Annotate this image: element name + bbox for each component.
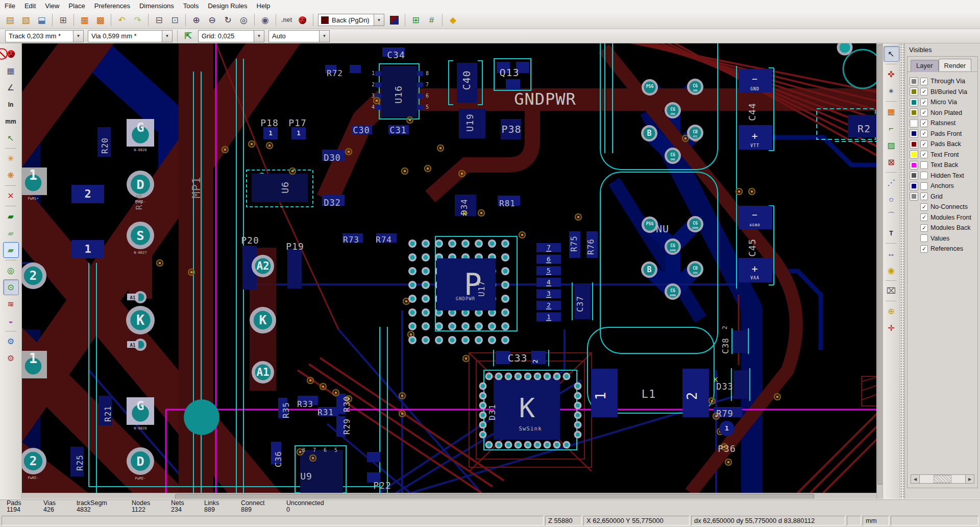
- show-zones-disable-toggle[interactable]: ▰: [3, 225, 19, 241]
- pcb-canvas[interactable]: GN-0026DPwM1-SN-0027KA1A1GN-0028DPwM2-A2…: [22, 43, 876, 493]
- color-swatch[interactable]: [910, 108, 918, 117]
- add-text-tool[interactable]: T: [884, 225, 899, 241]
- checkbox[interactable]: [920, 172, 928, 179]
- zoom-in-button[interactable]: ⊕: [189, 13, 204, 28]
- auto-track-width-toggle[interactable]: ⇱: [181, 29, 195, 43]
- checkbox[interactable]: ✓: [920, 119, 928, 127]
- polar-coords-toggle[interactable]: ∠: [3, 80, 19, 95]
- zoom-fit-button[interactable]: ◎: [236, 13, 251, 28]
- microwave-button[interactable]: ◆: [446, 13, 460, 28]
- layer-pair-button[interactable]: [387, 13, 402, 28]
- menu-view[interactable]: View: [40, 1, 64, 11]
- grid-select[interactable]: Grid: 0,025 ▼: [198, 30, 264, 42]
- place-offset-tool[interactable]: ⊕: [884, 303, 899, 319]
- save-board-button[interactable]: ⬓: [34, 13, 49, 28]
- color-swatch[interactable]: [910, 119, 918, 128]
- print-button[interactable]: ⊟: [152, 13, 166, 28]
- tab-layer[interactable]: Layer: [911, 60, 939, 72]
- show-zones-outline-toggle[interactable]: ▰: [3, 242, 19, 258]
- track-width-select[interactable]: Track 0,203 mm * ▼: [5, 30, 84, 42]
- layer-selector[interactable]: Back (PgDn)▼: [318, 14, 384, 26]
- checkbox[interactable]: [920, 234, 928, 242]
- menu-preferences[interactable]: Preferences: [90, 1, 135, 11]
- module-check-button[interactable]: ⚙: [3, 333, 19, 349]
- grid-toggle[interactable]: ▦: [3, 63, 19, 79]
- menu-file[interactable]: File: [0, 1, 20, 11]
- cursor-shape-toggle[interactable]: ↖: [3, 130, 19, 146]
- scroll-right-arrow-icon[interactable]: ▶: [965, 475, 974, 483]
- checkbox[interactable]: ✓: [920, 245, 928, 253]
- add-zone-tool[interactable]: ▨: [884, 137, 899, 153]
- checkbox[interactable]: ✓: [920, 140, 928, 148]
- add-target-tool[interactable]: ◉: [884, 262, 899, 278]
- menu-help[interactable]: Help: [252, 1, 275, 11]
- checkbox[interactable]: ✓: [920, 130, 928, 137]
- show-zones-toggle[interactable]: ▰: [3, 208, 19, 224]
- highlight-net-tool[interactable]: ✜: [884, 66, 899, 82]
- add-zone-cutout-tool[interactable]: ⊠: [884, 154, 899, 170]
- plot-button[interactable]: ⊡: [167, 13, 182, 28]
- grid-origin-tool[interactable]: ✛: [884, 320, 899, 336]
- color-swatch[interactable]: [910, 129, 918, 138]
- zoom-redraw-button[interactable]: ↻: [220, 13, 235, 28]
- color-swatch[interactable]: [910, 140, 918, 149]
- delete-tool[interactable]: ⌧: [884, 283, 899, 299]
- undo-button[interactable]: ↶: [114, 13, 129, 28]
- open-board-button[interactable]: ▧: [18, 13, 33, 28]
- via-size-select[interactable]: Via 0,599 mm * ▼: [88, 30, 173, 42]
- menu-design-rules[interactable]: Design Rules: [203, 1, 252, 11]
- scroll-thumb[interactable]: [934, 475, 952, 483]
- chevron-down-icon[interactable]: ▼: [319, 31, 329, 42]
- checkbox[interactable]: ✓: [920, 203, 928, 211]
- checkbox[interactable]: ✓: [920, 193, 928, 200]
- checkbox[interactable]: ✓: [920, 99, 928, 106]
- show-ratsnest-toggle[interactable]: ✳: [3, 151, 19, 166]
- checkbox[interactable]: ✓: [920, 78, 928, 85]
- page-settings-button[interactable]: ⊞: [56, 13, 70, 28]
- add-module-tool[interactable]: ▦: [884, 104, 899, 119]
- local-ratsnest-tool[interactable]: ✴: [884, 83, 899, 99]
- auto-delete-track-toggle[interactable]: ✕: [3, 188, 19, 204]
- color-swatch[interactable]: [910, 98, 918, 107]
- color-swatch[interactable]: [910, 192, 918, 201]
- add-circle-tool[interactable]: ○: [884, 191, 899, 207]
- sketch-tracks-toggle[interactable]: ⊙: [3, 279, 19, 295]
- add-track-tool[interactable]: ⌐: [884, 121, 899, 136]
- add-arc-tool[interactable]: ⌒: [884, 208, 899, 224]
- track-mode-button[interactable]: #: [424, 13, 439, 28]
- high-contrast-toggle[interactable]: ≋: [3, 296, 19, 312]
- chevron-down-icon[interactable]: ▼: [162, 31, 172, 42]
- module-viewer-button[interactable]: ▩: [93, 13, 108, 28]
- color-swatch[interactable]: [910, 87, 918, 96]
- units-mm-toggle[interactable]: mm: [3, 113, 19, 129]
- track-cleanup-button[interactable]: ⚙: [3, 350, 19, 366]
- add-line-tool[interactable]: ⋰: [884, 175, 899, 190]
- zoom-out-button[interactable]: ⊖: [205, 13, 219, 28]
- menu-edit[interactable]: Edit: [20, 1, 40, 11]
- checkbox[interactable]: [920, 161, 928, 169]
- tab-render[interactable]: Render: [939, 59, 972, 71]
- drc-button[interactable]: [295, 13, 310, 28]
- checkbox[interactable]: [920, 182, 928, 190]
- checkbox[interactable]: ✓: [920, 224, 928, 232]
- menu-place[interactable]: Place: [64, 1, 90, 11]
- menu-dimensions[interactable]: Dimensions: [135, 1, 179, 11]
- module-editor-button[interactable]: ▦: [77, 13, 92, 28]
- menu-tools[interactable]: Tools: [179, 1, 203, 11]
- add-dimension-tool[interactable]: ↔: [884, 246, 899, 261]
- checkbox[interactable]: ✓: [920, 109, 928, 116]
- scroll-track[interactable]: [920, 475, 965, 483]
- checkbox[interactable]: ✓: [920, 88, 928, 95]
- chevron-down-icon[interactable]: ▼: [254, 31, 264, 42]
- sketch-vias-toggle[interactable]: ◎: [3, 262, 19, 278]
- select-tool[interactable]: ↖: [884, 46, 899, 62]
- visibles-scrollbar[interactable]: ◀ ▶: [911, 474, 974, 484]
- layers-palette-toggle[interactable]: ◒: [3, 313, 19, 329]
- color-swatch[interactable]: [910, 150, 918, 159]
- new-board-button[interactable]: ▤: [3, 13, 17, 28]
- chevron-down-icon[interactable]: ▼: [374, 14, 384, 26]
- module-ratsnest-toggle[interactable]: ❋: [3, 167, 19, 183]
- netlist-button[interactable]: .net: [279, 13, 294, 28]
- zoom-select[interactable]: Auto ▼: [268, 30, 330, 42]
- module-mode-button[interactable]: ⊞: [408, 13, 423, 28]
